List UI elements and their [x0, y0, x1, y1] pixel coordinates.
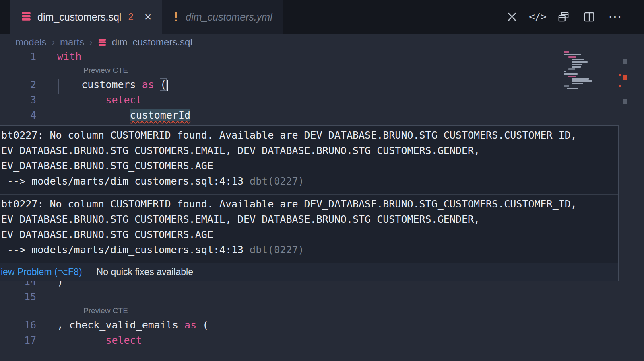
hover-status-bar: iew Problem (⌥F8) No quick fixes availab…: [0, 263, 618, 281]
diagnostic-message-line: EV_DATABASE.BRUNO.STG_CUSTOMERS.EMAIL, D…: [1, 145, 618, 160]
line-number: 1: [0, 51, 36, 62]
minimap-line: [568, 68, 575, 70]
minimap-line: [568, 56, 576, 58]
code-text: select: [57, 334, 142, 346]
chevron-right-icon: ›: [89, 37, 93, 48]
diagnostic-location-line: --> models/marts/dim_customers.sql:4:13d…: [1, 244, 618, 259]
editor-tab-bar: dim_customers.sql 2 × ! dim_customers.ym…: [0, 0, 644, 34]
token: as: [142, 79, 154, 90]
diagnostic-block: bt0227: No column CUSTOMERID found. Avai…: [0, 195, 618, 263]
token: [154, 79, 160, 90]
minimap-line: [572, 66, 581, 68]
minimap-line: [564, 54, 581, 55]
table-copy-icon[interactable]: [557, 10, 570, 23]
diagnostic-location-line: --> models/marts/dim_customers.sql:4:13d…: [1, 175, 618, 191]
diagnostic-message-line: bt0227: No column CUSTOMERID found. Avai…: [1, 198, 618, 213]
code-line[interactable]: 17select: [0, 334, 644, 350]
more-actions-icon[interactable]: ⋯: [609, 10, 621, 23]
tab-label: dim_customers.sql: [37, 11, 121, 23]
editor-actions: </> ⋯: [506, 0, 644, 34]
codelens-preview-cte[interactable]: Preview CTE: [83, 66, 128, 75]
diagnostic-message-line: EV_DATABASE.BRUNO.STG_CUSTOMERS.AGE: [1, 160, 618, 175]
text-cursor: [167, 80, 168, 91]
close-icon[interactable]: ×: [144, 11, 152, 23]
warning-icon: !: [172, 10, 180, 24]
minimap-line: [572, 83, 583, 84]
line-number: 16: [0, 319, 36, 331]
code-text: customerId: [57, 109, 190, 121]
problem-count-badge: 2: [128, 11, 133, 23]
token: select: [105, 94, 142, 106]
diagnostic-source: dbt(0227): [250, 244, 304, 256]
diagnostic-location: --> models/marts/dim_customers.sql:4:13: [1, 175, 244, 187]
codelens-row[interactable]: Preview CTE: [0, 66, 644, 79]
minimap-line: [564, 51, 569, 53]
dbt-logo-icon[interactable]: [506, 10, 518, 23]
diagnostic-message-line: bt0227: No column CUSTOMERID found. Avai…: [1, 129, 618, 145]
minimap-line: [572, 61, 588, 63]
overview-ruler-mark: [623, 99, 627, 104]
token: select: [105, 334, 142, 346]
token: (: [160, 79, 166, 90]
code-text: with: [57, 51, 81, 62]
minimap-error-marker: [619, 85, 621, 87]
tab-label: dim_customers.yml: [186, 11, 272, 23]
minimap-line: [568, 76, 576, 77]
diagnostic-message-line: EV_DATABASE.BRUNO.STG_CUSTOMERS.EMAIL, D…: [1, 213, 618, 229]
code-lines-bottom: 14)15Preview CTE16, check_valid_emails a…: [0, 276, 644, 350]
minimap-line: [567, 88, 578, 89]
code-editor[interactable]: 1withPreview CTE2customers as (3select4c…: [0, 51, 644, 361]
codelens-row[interactable]: Preview CTE: [0, 306, 644, 319]
code-line[interactable]: 16, check_valid_emails as (: [0, 319, 644, 334]
problem-hover-popup: bt0227: No column CUSTOMERID found. Avai…: [0, 125, 619, 281]
token: , check_valid_emails: [57, 319, 184, 331]
code-line[interactable]: 2customers as (: [0, 79, 644, 94]
tab-dim-customers-sql[interactable]: dim_customers.sql 2 ×: [10, 0, 162, 34]
database-icon: [98, 38, 107, 47]
code-text: select: [57, 94, 142, 106]
breadcrumb: models › marts › dim_customers.sql: [0, 34, 644, 51]
line-number: 2: [0, 79, 36, 90]
code-icon[interactable]: </>: [531, 10, 544, 23]
code-line[interactable]: 3select: [0, 94, 644, 109]
token: as: [184, 319, 196, 331]
overview-ruler-mark: [623, 75, 627, 80]
code-text: customers as (: [57, 79, 168, 91]
diagnostic-block: bt0227: No column CUSTOMERID found. Avai…: [0, 126, 618, 194]
minimap-line: [572, 64, 582, 65]
line-number: 17: [0, 334, 36, 346]
code-lines-top: 1withPreview CTE2customers as (3select4c…: [0, 51, 644, 125]
breadcrumb-item-file[interactable]: dim_customers.sql: [112, 37, 192, 48]
code-line[interactable]: 1with: [0, 51, 644, 66]
vscode-window: dim_customers.sql 2 × ! dim_customers.ym…: [0, 0, 644, 361]
chevron-right-icon: ›: [52, 37, 55, 48]
split-editor-icon[interactable]: [583, 10, 596, 23]
diagnostic-message-line: EV_DATABASE.BRUNO.STG_CUSTOMERS.AGE: [1, 229, 618, 244]
codelens-preview-cte[interactable]: Preview CTE: [83, 306, 128, 315]
minimap[interactable]: [564, 51, 621, 94]
code-line[interactable]: 4customerId: [0, 109, 644, 125]
minimap-line: [564, 73, 578, 75]
breadcrumb-item-marts[interactable]: marts: [60, 37, 84, 48]
token: with: [57, 51, 81, 62]
line-number: 4: [0, 109, 36, 121]
diagnostic-source: dbt(0227): [250, 175, 304, 187]
token: customers: [81, 79, 142, 90]
minimap-line: [572, 80, 592, 82]
minimap-error-marker: [619, 74, 621, 76]
code-line[interactable]: 15: [0, 291, 644, 306]
line-number: 3: [0, 94, 36, 106]
no-quick-fixes-label: No quick fixes available: [97, 267, 193, 277]
token: customerId: [130, 109, 191, 121]
minimap-line: [564, 71, 566, 72]
token: (: [196, 319, 208, 331]
minimap-line: [572, 59, 584, 60]
breadcrumb-item-models[interactable]: models: [15, 37, 46, 48]
code-text: , check_valid_emails as (: [57, 319, 208, 331]
view-problem-link[interactable]: iew Problem (⌥F8): [0, 267, 82, 277]
overview-ruler-mark: [623, 59, 627, 64]
minimap-line: [572, 78, 589, 80]
database-icon: [21, 11, 31, 23]
tab-dim-customers-yml[interactable]: ! dim_customers.yml: [162, 0, 283, 34]
diagnostic-location: --> models/marts/dim_customers.sql:4:13: [1, 244, 244, 256]
